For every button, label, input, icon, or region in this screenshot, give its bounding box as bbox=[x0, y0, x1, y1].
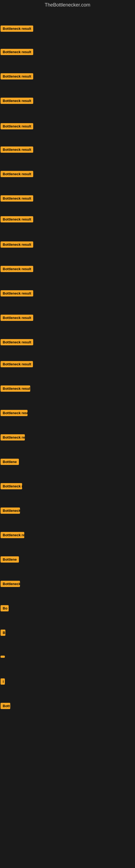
bottleneck-badge-22: Bottleneck re bbox=[1, 532, 24, 538]
bottleneck-item-24[interactable]: Bottleneck bbox=[1, 581, 20, 588]
bottleneck-item-7[interactable]: Bottleneck result bbox=[1, 171, 33, 178]
bottleneck-badge-29: Bott bbox=[1, 703, 10, 709]
bottleneck-badge-4: Bottleneck result bbox=[1, 98, 33, 104]
bottleneck-badge-27 bbox=[1, 656, 5, 658]
bottleneck-badge-25: Bo bbox=[1, 605, 9, 611]
bottleneck-item-2[interactable]: Bottleneck result bbox=[1, 49, 33, 56]
bottleneck-badge-18: Bottleneck re bbox=[1, 434, 25, 440]
bottleneck-item-23[interactable]: Bottlene bbox=[1, 556, 19, 564]
bottleneck-badge-16: Bottleneck result bbox=[1, 385, 30, 392]
bottleneck-item-17[interactable]: Bottleneck result bbox=[1, 410, 28, 417]
bottleneck-item-20[interactable]: Bottleneck r bbox=[1, 483, 22, 490]
bottleneck-item-14[interactable]: Bottleneck result bbox=[1, 339, 33, 346]
bottleneck-item-29[interactable]: Bott bbox=[1, 703, 10, 710]
bottleneck-badge-12: Bottleneck result bbox=[1, 290, 33, 297]
bottleneck-badge-5: Bottleneck result bbox=[1, 123, 33, 129]
bottleneck-item-15[interactable]: Bottleneck result bbox=[1, 361, 33, 368]
bottleneck-badge-2: Bottleneck result bbox=[1, 49, 33, 55]
site-title: TheBottlenecker.com bbox=[0, 0, 135, 10]
bottleneck-item-18[interactable]: Bottleneck re bbox=[1, 434, 25, 442]
bottleneck-item-12[interactable]: Bottleneck result bbox=[1, 290, 33, 298]
bottleneck-badge-26: B bbox=[1, 629, 5, 636]
bottleneck-item-28[interactable]: i bbox=[1, 678, 5, 686]
bottleneck-badge-7: Bottleneck result bbox=[1, 171, 33, 177]
bottleneck-item-8[interactable]: Bottleneck result bbox=[1, 195, 33, 203]
bottleneck-badge-24: Bottleneck bbox=[1, 581, 20, 587]
bottleneck-badge-13: Bottleneck result bbox=[1, 315, 33, 321]
bottleneck-item-19[interactable]: Bottlene bbox=[1, 459, 19, 466]
bottleneck-badge-14: Bottleneck result bbox=[1, 339, 33, 345]
bottleneck-item-4[interactable]: Bottleneck result bbox=[1, 98, 33, 105]
bottleneck-item-11[interactable]: Bottleneck result bbox=[1, 266, 33, 273]
bottleneck-item-27[interactable] bbox=[1, 654, 5, 659]
bottleneck-item-22[interactable]: Bottleneck re bbox=[1, 532, 24, 539]
bottleneck-item-9[interactable]: Bottleneck result bbox=[1, 216, 33, 223]
bottleneck-item-21[interactable]: Bottleneck bbox=[1, 507, 20, 515]
bottleneck-badge-1: Bottleneck result bbox=[1, 26, 33, 32]
bottleneck-item-3[interactable]: Bottleneck result bbox=[1, 73, 33, 81]
bottleneck-item-13[interactable]: Bottleneck result bbox=[1, 315, 33, 322]
bottleneck-badge-11: Bottleneck result bbox=[1, 266, 33, 272]
bottleneck-item-1[interactable]: Bottleneck result bbox=[1, 26, 33, 33]
bottleneck-item-10[interactable]: Bottleneck result bbox=[1, 241, 33, 249]
bottleneck-item-5[interactable]: Bottleneck result bbox=[1, 123, 33, 130]
bottleneck-item-6[interactable]: Bottleneck result bbox=[1, 147, 33, 154]
bottleneck-badge-20: Bottleneck r bbox=[1, 483, 22, 489]
bottleneck-item-16[interactable]: Bottleneck result bbox=[1, 385, 30, 393]
bottleneck-badge-21: Bottleneck bbox=[1, 507, 20, 514]
bottleneck-badge-23: Bottlene bbox=[1, 556, 19, 563]
bottleneck-item-26[interactable]: B bbox=[1, 629, 5, 637]
bottleneck-badge-17: Bottleneck result bbox=[1, 410, 28, 416]
bottleneck-badge-3: Bottleneck result bbox=[1, 73, 33, 80]
bottleneck-badge-10: Bottleneck result bbox=[1, 241, 33, 248]
bottleneck-badge-6: Bottleneck result bbox=[1, 147, 33, 153]
bottleneck-badge-28: i bbox=[1, 678, 5, 685]
bottleneck-badge-9: Bottleneck result bbox=[1, 216, 33, 222]
bottleneck-badge-19: Bottlene bbox=[1, 459, 19, 465]
bottleneck-badge-8: Bottleneck result bbox=[1, 195, 33, 202]
bottleneck-badge-15: Bottleneck result bbox=[1, 361, 33, 367]
bottleneck-item-25[interactable]: Bo bbox=[1, 605, 9, 613]
